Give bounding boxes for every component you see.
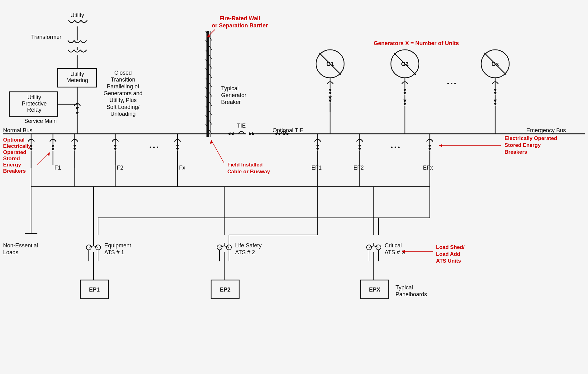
load-shed-label: Load Shed/ [436, 244, 465, 250]
svg-text:Transition: Transition [111, 77, 135, 83]
svg-text:Breaker: Breaker [221, 99, 241, 105]
svg-text:Loads: Loads [3, 249, 18, 255]
svg-text:Cable or Busway: Cable or Busway [227, 169, 270, 175]
svg-text:Utility, Plus: Utility, Plus [109, 97, 137, 103]
epx-label: EPX [369, 287, 380, 293]
ef-dots: • • • [391, 144, 400, 151]
typical-panelboards-label: Typical [396, 284, 413, 291]
generator-dots: • • • [447, 81, 456, 87]
service-main-label: Service Main [24, 118, 57, 124]
utility-protective-relay-label: Utility [27, 94, 41, 101]
svg-text:Generator: Generator [221, 92, 246, 98]
equipment-ats-label: Equipment [104, 242, 131, 249]
normal-bus-label: Normal Bus [3, 127, 32, 133]
svg-text:Protective: Protective [22, 101, 47, 107]
typical-generator-breaker-label: Typical [221, 85, 239, 91]
svg-text:Electrically: Electrically [3, 143, 31, 149]
diagram-container: Utility Transformer Utility Metering [0, 0, 588, 374]
field-installed-label: Field Installed [227, 162, 263, 168]
fire-rated-wall-label: Fire-Rated Wall [220, 15, 260, 21]
utility-metering-label: Utility [70, 71, 84, 77]
svg-text:Load Add: Load Add [436, 251, 460, 257]
tie-label: TIE [237, 123, 246, 129]
svg-text:Unloading: Unloading [110, 111, 135, 117]
utility-label: Utility [70, 12, 84, 18]
svg-text:Paralleling of: Paralleling of [107, 83, 140, 90]
life-safety-ats-label: Life Safety [235, 242, 262, 249]
ep1-label: EP1 [89, 287, 100, 293]
svg-text:Breakers: Breakers [505, 149, 527, 155]
svg-text:ATS # 2: ATS # 2 [235, 249, 255, 255]
ef2-label: EF2 [353, 165, 364, 171]
svg-text:Stored Energy: Stored Energy [505, 142, 541, 148]
svg-text:Energy: Energy [3, 162, 21, 168]
critical-ats-label: Critical [385, 242, 402, 249]
optional-electrically-label: Optional [3, 137, 25, 143]
non-essential-label: Non-Essential [3, 242, 38, 249]
fx-label: Fx [179, 165, 185, 171]
svg-text:Relay: Relay [27, 107, 41, 113]
svg-text:or Separation Barrier: or Separation Barrier [212, 22, 268, 29]
svg-text:Breakers: Breakers [3, 168, 26, 174]
svg-text:ATS Units: ATS Units [436, 258, 461, 264]
ef1-label: EF1 [311, 165, 322, 171]
svg-text:ATS # X: ATS # X [385, 249, 405, 255]
f2-label: F2 [117, 165, 123, 171]
utility-metering-label2: Metering [66, 77, 88, 83]
svg-text:Panelboards: Panelboards [396, 291, 427, 297]
closed-transition-label: Closed [114, 70, 132, 76]
transformer-label: Transformer [31, 34, 61, 40]
svg-rect-27 [206, 31, 209, 137]
svg-text:ATS # 1: ATS # 1 [104, 249, 124, 255]
svg-text:Stored: Stored [3, 156, 20, 161]
ep2-label: EP2 [220, 287, 230, 293]
f1-label: F1 [55, 165, 61, 171]
electrically-operated-label: Electrically Operated [505, 135, 557, 141]
efx-label: EFx [423, 165, 433, 171]
svg-text:Soft Loading/: Soft Loading/ [107, 104, 140, 110]
svg-text:Generators and: Generators and [103, 90, 142, 96]
emergency-bus-label: Emergency Bus [526, 127, 566, 133]
feeder-dots: • • • [149, 144, 159, 151]
generators-label: Generators X = Number of Units [374, 40, 459, 46]
svg-text:Operated: Operated [3, 149, 26, 155]
